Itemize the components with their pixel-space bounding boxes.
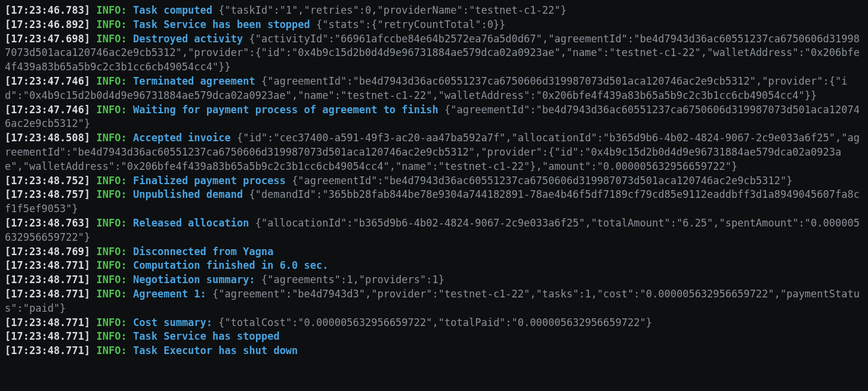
log-message: Released allocation xyxy=(133,217,249,229)
log-line: [17:23:48.771] INFO: Task Service has st… xyxy=(5,330,863,344)
log-timestamp: [17:23:47.746] xyxy=(5,104,90,116)
log-timestamp: [17:23:48.771] xyxy=(5,274,90,286)
log-timestamp: [17:23:48.771] xyxy=(5,259,90,271)
log-line: [17:23:48.771] INFO: Computation finishe… xyxy=(5,259,863,273)
log-level: INFO xyxy=(97,274,121,286)
log-level: INFO xyxy=(97,188,121,200)
log-message: Computation finished in 6.0 sec. xyxy=(133,259,329,271)
log-level: INFO xyxy=(97,316,121,328)
log-message: Terminated agreement xyxy=(133,75,255,87)
log-message: Task Service has stopped xyxy=(133,330,280,342)
log-level: INFO xyxy=(97,330,121,342)
log-timestamp: [17:23:48.752] xyxy=(5,175,90,187)
log-message: Cost summary: xyxy=(133,316,212,328)
log-level-colon: : xyxy=(121,18,127,30)
log-level: INFO xyxy=(97,217,121,229)
log-timestamp: [17:23:48.757] xyxy=(5,188,90,200)
log-message: Negotiation summary: xyxy=(133,274,255,286)
log-level: INFO xyxy=(97,246,121,257)
log-level-colon: : xyxy=(121,175,127,187)
log-level-colon: : xyxy=(121,246,127,257)
log-line: [17:23:48.769] INFO: Disconnected from Y… xyxy=(5,245,863,259)
log-message: Destroyed activity xyxy=(133,33,243,45)
log-json: {"totalCost":"0.000005632956659722","tot… xyxy=(218,316,652,328)
log-level-colon: : xyxy=(121,75,127,87)
log-timestamp: [17:23:48.771] xyxy=(5,288,90,300)
log-timestamp: [17:23:48.769] xyxy=(5,246,90,257)
log-line: [17:23:48.752] INFO: Finalized payment p… xyxy=(5,174,863,188)
log-level-colon: : xyxy=(121,345,127,356)
log-timestamp: [17:23:47.746] xyxy=(5,75,90,87)
log-level-colon: : xyxy=(121,288,127,300)
log-level: INFO xyxy=(97,345,121,356)
log-line: [17:23:48.508] INFO: Accepted invoice {"… xyxy=(5,131,863,173)
log-line: [17:23:46.783] INFO: Task computed {"tas… xyxy=(5,4,863,18)
log-line: [17:23:48.771] INFO: Negotiation summary… xyxy=(5,273,863,287)
log-timestamp: [17:23:48.508] xyxy=(5,132,90,144)
log-line: [17:23:48.763] INFO: Released allocation… xyxy=(5,216,863,245)
log-timestamp: [17:23:46.892] xyxy=(5,18,90,30)
log-timestamp: [17:23:48.771] xyxy=(5,330,90,342)
log-json: {"stats":{"retryCountTotal":0}} xyxy=(316,18,505,30)
log-json: {"agreementId":"be4d7943d36ac60551237ca6… xyxy=(5,75,848,101)
log-line: [17:23:48.757] INFO: Unpublished demand … xyxy=(5,188,863,216)
log-message: Unpublished demand xyxy=(133,188,243,200)
log-timestamp: [17:23:46.783] xyxy=(5,4,90,16)
log-line: [17:23:48.771] INFO: Cost summary: {"tot… xyxy=(5,316,863,330)
log-level-colon: : xyxy=(121,217,127,229)
log-level-colon: : xyxy=(121,104,127,116)
log-json: {"taskId":"1","retries":0,"providerName"… xyxy=(218,4,566,16)
log-timestamp: [17:23:48.771] xyxy=(5,345,90,356)
log-level-colon: : xyxy=(121,33,127,45)
log-json: {"agreementId":"be4d7943d36ac60551237ca6… xyxy=(292,175,792,187)
log-line: [17:23:47.746] INFO: Terminated agreemen… xyxy=(5,75,863,103)
log-line: [17:23:46.892] INFO: Task Service has be… xyxy=(5,18,863,32)
log-timestamp: [17:23:47.698] xyxy=(5,33,90,45)
log-level-colon: : xyxy=(121,316,127,328)
terminal-log: [17:23:46.783] INFO: Task computed {"tas… xyxy=(0,0,868,362)
log-message: Agreement 1: xyxy=(133,288,206,300)
log-line: [17:23:48.771] INFO: Agreement 1: {"agre… xyxy=(5,287,863,316)
log-timestamp: [17:23:48.771] xyxy=(5,316,90,328)
log-message: Task Executor has shut down xyxy=(133,345,298,356)
log-line: [17:23:47.698] INFO: Destroyed activity … xyxy=(5,32,863,75)
log-level-colon: : xyxy=(121,274,127,286)
log-json: {"agreements":1,"providers":1} xyxy=(261,274,444,286)
log-level: INFO xyxy=(97,33,121,45)
log-level-colon: : xyxy=(121,4,127,16)
log-level-colon: : xyxy=(121,330,127,342)
log-message: Waiting for payment process of agreement… xyxy=(133,104,438,116)
log-level: INFO xyxy=(97,104,121,116)
log-message: Finalized payment process xyxy=(133,175,286,187)
log-level: INFO xyxy=(97,175,121,187)
log-level: INFO xyxy=(97,259,121,271)
log-level: INFO xyxy=(97,4,121,16)
log-message: Task computed xyxy=(133,4,212,16)
log-level-colon: : xyxy=(121,259,127,271)
log-level: INFO xyxy=(97,288,121,300)
log-message: Accepted invoice xyxy=(133,132,231,144)
log-line: [17:23:47.746] INFO: Waiting for payment… xyxy=(5,103,863,132)
log-message: Task Service has been stopped xyxy=(133,18,310,30)
log-level: INFO xyxy=(97,18,121,30)
log-level-colon: : xyxy=(121,132,127,144)
log-level: INFO xyxy=(97,132,121,144)
log-level: INFO xyxy=(97,75,121,87)
log-level-colon: : xyxy=(121,188,127,200)
log-line: [17:23:48.771] INFO: Task Executor has s… xyxy=(5,344,863,358)
log-message: Disconnected from Yagna xyxy=(133,246,273,257)
log-timestamp: [17:23:48.763] xyxy=(5,217,90,229)
